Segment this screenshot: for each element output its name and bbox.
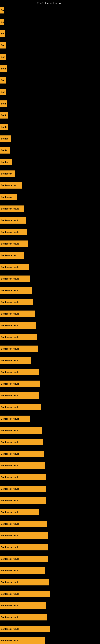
bar-row: Bottleneck result [0,287,100,297]
bar: Bottleneck [0,170,15,177]
bar-row: Bott [0,54,100,64]
bar-label: Bottleneck result [1,604,19,607]
bar-label: Bottleneck result [1,441,19,443]
bar: Bottleneck result [0,217,26,224]
bar-row: Bottleneck result [0,556,100,565]
bar-label: Bottleneck result [1,312,19,315]
bar-row: Bottleneck result [0,276,100,285]
bar: Bo [0,19,4,25]
bar-label: Bottleneck result [1,359,19,362]
bar: Bottleneck result [0,404,41,410]
bar-row: Bottleneck result [0,217,100,227]
bar-label: Bottleneck result [1,242,19,245]
bar: Bottleneck result [0,579,49,586]
bar: Bottl [0,112,8,118]
bar-row: Bottleneck r [0,194,100,204]
bar: Bottleneck result [0,474,46,480]
bar-label: Bottl [1,68,6,70]
bar: Bottleneck result [0,532,48,539]
bar: Bott [0,54,6,60]
bar-label: Bott [1,56,5,58]
bar-label: Bottleneck [1,172,12,175]
bar-label: Bottleneck result [1,418,19,420]
bar-row: Bottleneck result [0,404,100,414]
bar: Bottleneck result [0,276,30,282]
bar: Bo [0,7,4,14]
bar-row: Bott [0,42,100,52]
bar-label: Bottleneck result [1,464,19,467]
bar-label: Bottleneck result [1,511,19,514]
bar-label: Bott [1,79,5,82]
bar-row: Bottleneck result [0,229,100,238]
bar: Bottleneck result [0,416,30,422]
bar-label: Bottleneck result [1,231,19,233]
bar: Bottleneck result [0,626,50,632]
bar: Bottleneck result [0,439,43,445]
bar-label: Bottleneck result [1,324,19,327]
bar-row: Bottleneck resu [0,182,100,192]
bar-label: Bottleneck result [1,616,19,618]
bar: Bottleneck result [0,462,45,469]
bar-label: Bottleneck result [1,534,19,537]
bar-label: Bottleneck result [1,523,19,525]
bar-row: Bo [0,7,100,17]
bar: Bottl [0,100,7,107]
bar-row: Bottleneck result [0,544,100,554]
bar-row: Bottlen [0,159,100,168]
bar-row: Bottl [0,66,100,75]
bar-row: Bottleneck result [0,532,100,542]
bar: Bottlen [0,159,12,165]
bar: Bottleneck result [0,380,40,387]
bar-label: Bottleneck result [1,488,19,490]
bar-row: Bottleneck result [0,427,100,437]
bar-label: Bottleneck result [1,581,19,584]
bar-row: Bo [0,30,100,40]
bar: Bottleneck result [0,229,27,235]
bar-label: Bottleneck result [1,266,19,268]
bar-row: Bottleneck result [0,497,100,507]
bar: Bottlen [0,136,11,142]
bar-label: Bottleneck result [1,371,19,373]
bar-row: Bottleneck result [0,626,100,635]
bar-label: Bottleneck result [1,219,19,222]
bar-row: Bottleneck result [0,509,100,518]
bar-row: Bottleneck result [0,602,100,612]
bar-label: Bottleneck result [1,593,19,595]
bar-row: Bottleneck result [0,474,100,484]
bar: Bott [0,77,6,84]
bar-label: Bottleneck result [1,382,19,385]
bar: Bottleneck resu [0,182,22,188]
bar-row: Bottl [0,100,100,110]
bar-label: Bottlen [1,161,8,163]
bar-row: Bottleneck result [0,450,100,460]
bar-label: Bottle [1,126,7,128]
bar-row: Bott [0,77,100,87]
bar-row: Bottleneck [0,170,100,180]
bar: Bottleneck result [0,591,50,597]
bar-label: Bott [1,44,5,46]
bar-row: Bottleneck result [0,392,100,402]
bar-label: Bottleneck result [1,289,19,292]
bar-row: Bottleneck result [0,299,100,308]
bar-label: Bottleneck result [1,476,19,478]
bar-row: Bottleneck result [0,334,100,344]
bar-label: Bottl [1,114,6,116]
bar-row: Bottleneck resu [0,252,100,262]
bar: Bott [0,42,6,48]
bar: Bottleneck result [0,567,45,574]
bar-label: Bottleneck resu [1,184,17,186]
bar: Bottleneck result [0,299,33,305]
bar: Bo [0,30,5,37]
bar-label: Bottleneck r [1,196,14,198]
bar-label: Bottleneck result [1,546,19,548]
bar-label: Bottleneck result [1,628,19,630]
bar-row: Bottleneck result [0,310,100,320]
bar: Bottleneck r [0,194,17,200]
bar: Bottleneck result [0,357,31,364]
bar-label: Bottleneck result [1,452,19,455]
bar-row: Bottlen [0,136,100,145]
bar-label: Bottleneck result [1,499,19,502]
bar: Bottleneck result [0,602,47,609]
bar-row: Bottleneck result [0,264,100,274]
bar: Bottleneck result [0,486,46,492]
